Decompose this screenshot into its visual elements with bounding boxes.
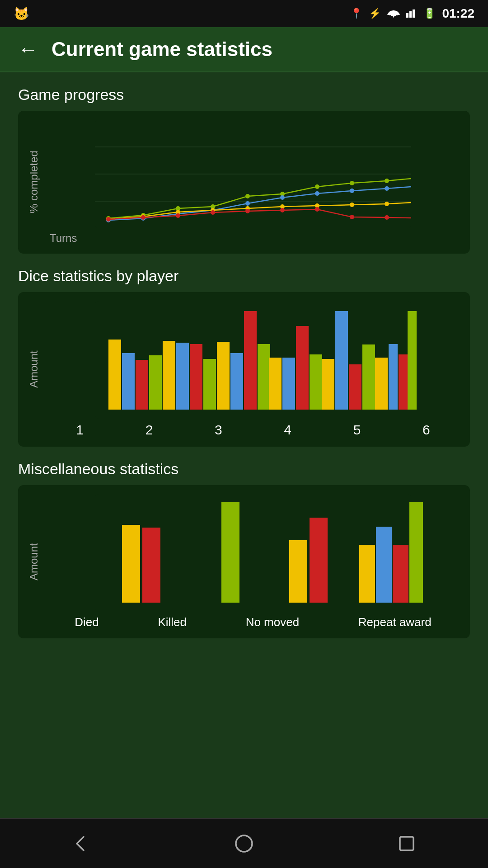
dice-stats-section: Dice statistics by player Amount — [18, 267, 470, 447]
game-progress-title: Game progress — [18, 86, 470, 104]
svg-rect-70 — [142, 528, 160, 603]
svg-rect-57 — [282, 358, 295, 410]
svg-point-22 — [315, 191, 319, 196]
svg-point-78 — [236, 835, 252, 852]
misc-label-repeat-award: Repeat award — [358, 615, 432, 629]
svg-rect-53 — [230, 353, 243, 410]
svg-point-33 — [385, 202, 389, 206]
dice-stats-chart: Amount — [18, 292, 470, 447]
dice-x-labels: 1 2 3 4 5 6 — [45, 419, 461, 438]
nav-bar — [0, 818, 488, 868]
back-button[interactable]: ← — [18, 38, 38, 61]
time-display: 01:22 — [442, 6, 474, 21]
svg-rect-58 — [296, 326, 309, 410]
misc-label-died: Died — [75, 615, 99, 629]
nav-recent-button[interactable] — [389, 826, 425, 862]
svg-rect-64 — [375, 358, 388, 410]
status-bar: 🐱 📍 ⚡ 🔋 01:22 — [0, 0, 488, 27]
svg-point-20 — [245, 201, 250, 206]
svg-point-34 — [106, 217, 111, 222]
svg-point-38 — [245, 209, 250, 213]
battery-icon: 🔋 — [423, 8, 436, 19]
misc-stats-title: Miscellaneous statistics — [18, 460, 470, 478]
svg-point-21 — [280, 195, 285, 200]
svg-rect-49 — [176, 343, 189, 410]
svg-rect-77 — [409, 502, 423, 603]
svg-rect-44 — [108, 340, 121, 410]
svg-point-39 — [280, 208, 285, 212]
svg-rect-71 — [221, 502, 239, 603]
page-title: Current game statistics — [52, 38, 272, 61]
line-chart-svg — [45, 120, 461, 228]
svg-rect-46 — [136, 360, 148, 410]
svg-rect-76 — [393, 545, 408, 603]
dice-bar-svg — [45, 301, 461, 419]
svg-point-37 — [211, 210, 215, 215]
svg-rect-51 — [203, 359, 216, 410]
svg-rect-75 — [376, 527, 392, 603]
wifi-icon — [387, 7, 400, 21]
svg-rect-66 — [399, 354, 408, 410]
header: ← Current game statistics — [0, 27, 488, 72]
dice-chart-y-label: Amount — [27, 301, 41, 438]
svg-rect-67 — [408, 311, 417, 410]
dice-stats-title: Dice statistics by player — [18, 267, 470, 285]
dice-label-2: 2 — [145, 422, 153, 438]
dice-label-3: 3 — [215, 422, 222, 438]
svg-point-11 — [245, 194, 250, 198]
svg-point-23 — [350, 189, 354, 193]
svg-rect-74 — [359, 545, 375, 603]
svg-point-15 — [385, 179, 389, 183]
game-progress-section: Game progress % completed — [18, 86, 470, 254]
location-icon: 📍 — [350, 8, 362, 19]
svg-rect-54 — [244, 311, 257, 410]
svg-rect-47 — [149, 355, 162, 410]
dice-label-5: 5 — [353, 422, 361, 438]
svg-rect-69 — [122, 525, 140, 603]
status-right: 📍 ⚡ 🔋 01:22 — [350, 6, 474, 21]
svg-point-41 — [350, 215, 354, 219]
svg-rect-59 — [310, 354, 322, 410]
svg-rect-60 — [322, 359, 334, 410]
game-progress-chart: % completed — [18, 111, 470, 254]
dice-label-4: 4 — [284, 422, 291, 438]
svg-rect-62 — [349, 364, 361, 410]
nav-back-button[interactable] — [63, 826, 99, 862]
svg-rect-50 — [190, 344, 202, 410]
svg-rect-63 — [362, 344, 375, 410]
svg-point-32 — [350, 203, 354, 207]
svg-point-14 — [350, 181, 354, 185]
main-content: Game progress % completed — [0, 72, 488, 818]
svg-point-24 — [385, 186, 389, 191]
app-icon: 🐱 — [14, 6, 29, 21]
misc-chart-y-label: Amount — [27, 494, 41, 629]
svg-rect-61 — [335, 311, 348, 410]
status-left: 🐱 — [14, 6, 29, 21]
dice-label-1: 1 — [76, 422, 84, 438]
misc-label-killed: Killed — [158, 615, 187, 629]
svg-point-36 — [176, 213, 180, 218]
line-chart-x-label: Turns — [45, 228, 461, 245]
svg-point-42 — [385, 215, 389, 220]
svg-rect-2 — [413, 9, 415, 18]
misc-x-labels: Died Killed No moved Repeat award — [45, 612, 461, 629]
bluetooth-icon: ⚡ — [369, 8, 381, 19]
misc-stats-section: Miscellaneous statistics Amount — [18, 460, 470, 638]
signal-icon — [406, 7, 417, 21]
svg-rect-48 — [163, 341, 175, 410]
svg-rect-52 — [217, 342, 230, 410]
svg-rect-79 — [400, 837, 413, 850]
svg-rect-45 — [122, 353, 135, 410]
svg-rect-65 — [389, 344, 398, 410]
svg-point-40 — [315, 207, 319, 212]
nav-home-button[interactable] — [226, 826, 262, 862]
svg-point-35 — [141, 215, 145, 220]
svg-rect-0 — [406, 13, 408, 18]
svg-point-13 — [315, 184, 319, 189]
svg-rect-1 — [409, 11, 412, 18]
misc-label-no-moved: No moved — [246, 615, 300, 629]
misc-bar-svg — [45, 494, 461, 612]
misc-stats-chart: Amount — [18, 485, 470, 638]
line-chart-y-label: % completed — [27, 120, 41, 245]
dice-label-6: 6 — [422, 422, 430, 438]
